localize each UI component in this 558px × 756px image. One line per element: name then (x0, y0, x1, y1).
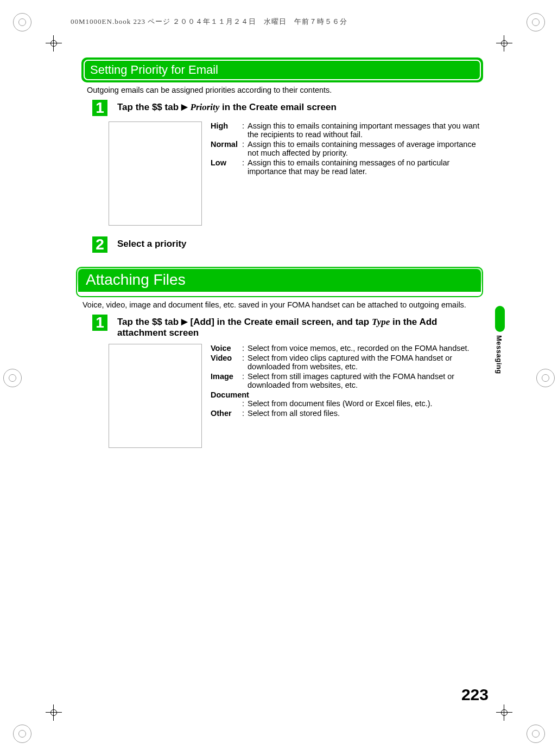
step-row: 2 Select a priority (92, 236, 483, 253)
definition-desc: Assign this to emails containing importa… (248, 121, 483, 139)
side-tab-label: Messaging (495, 335, 503, 374)
definition-list: High : Assign this to emails containing … (211, 121, 483, 226)
definition-term: High (211, 121, 242, 139)
definition-desc: Select from video clips captured with th… (248, 354, 483, 371)
definition-term: Normal (211, 140, 242, 157)
step-text-part: [Add] in the Create email screen, and ta… (188, 317, 372, 327)
step-detail-block: High : Assign this to emails containing … (109, 121, 483, 226)
screenshot-placeholder (109, 121, 202, 226)
step-number-2: 2 (92, 236, 107, 253)
definition-colon: : (242, 372, 248, 389)
screenshot-placeholder (109, 344, 202, 448)
section-description: Voice, video, image and document files, … (83, 300, 483, 309)
definition-row: Low : Assign this to emails containing m… (211, 158, 483, 176)
crop-mark (46, 704, 62, 721)
step-text-part: Tap the $$ tab (117, 317, 181, 327)
definition-colon: : (242, 409, 248, 418)
crop-mark (496, 35, 512, 52)
definition-colon: : (242, 399, 248, 408)
definition-desc: Select from voice memos, etc., recorded … (248, 344, 483, 353)
definition-term: Document (211, 390, 255, 399)
definition-row: Document : Select from document files (W… (211, 390, 483, 408)
section-heading-label: Attaching Files (78, 269, 193, 292)
definition-row: High : Assign this to emails containing … (211, 121, 483, 139)
step-row: 1 Tap the $$ tab ▶ [Add] in the Create e… (92, 315, 483, 338)
definition-row: Video : Select from video clips captured… (211, 354, 483, 371)
definition-desc: Select from still images captured with t… (248, 372, 483, 389)
definition-row: Image : Select from still images capture… (211, 372, 483, 389)
definition-term: Voice (211, 344, 242, 353)
definition-desc: Select from document files (Word or Exce… (248, 399, 483, 408)
definition-colon: : (242, 121, 248, 139)
document-meta-header: 00M1000EN.book 223 ページ ２００４年１１月２４日 水曜日 午… (71, 17, 347, 27)
step-detail-block: Voice : Select from voice memos, etc., r… (109, 344, 483, 448)
definition-row: Voice : Select from voice memos, etc., r… (211, 344, 483, 353)
definition-desc: Assign this to emails containing message… (248, 158, 483, 176)
definition-colon: : (242, 344, 248, 353)
definition-row: Other : Select from all stored files. (211, 409, 483, 418)
crop-mark (496, 704, 512, 721)
arrow-icon: ▶ (181, 317, 188, 326)
definition-term: Image (211, 372, 242, 389)
side-tab-pill (495, 306, 505, 332)
definition-row: Normal : Assign this to emails containin… (211, 140, 483, 157)
section-description: Outgoing emails can be assigned prioriti… (87, 86, 483, 94)
section-heading-priority: Setting Priority for Email (81, 57, 483, 82)
step-text: Select a priority (117, 236, 483, 249)
step-number-1: 1 (92, 315, 107, 331)
step-row: 1 Tap the $$ tab ▶ Priority in the Creat… (92, 100, 483, 116)
step-text-part: in the Create email screen (219, 102, 336, 112)
registration-mark (536, 369, 555, 387)
definition-colon: : (242, 158, 248, 176)
definition-desc: Assign this to emails containing message… (248, 140, 483, 157)
registration-mark (3, 369, 22, 387)
page-content: Setting Priority for Email Outgoing emai… (76, 57, 483, 456)
definition-list: Voice : Select from voice memos, etc., r… (211, 344, 483, 448)
definition-term: Video (211, 354, 242, 371)
step-number-1: 1 (92, 100, 107, 116)
arrow-icon: ▶ (181, 102, 188, 112)
step-text: Tap the $$ tab ▶ Priority in the Create … (117, 100, 483, 113)
side-tab: Messaging (495, 306, 505, 374)
definition-term: Other (211, 409, 242, 418)
step-text-italic: Priority (191, 102, 220, 112)
definition-desc: Select from all stored files. (248, 409, 483, 418)
registration-mark (527, 725, 545, 743)
step-text-italic: Type (372, 317, 390, 327)
definition-colon: : (242, 354, 248, 371)
registration-mark (13, 725, 31, 743)
definition-term: Low (211, 158, 242, 176)
page-number: 223 (461, 685, 489, 704)
section-heading-attaching: Attaching Files (76, 267, 483, 297)
section-heading-label: Setting Priority for Email (84, 60, 481, 80)
step-text-part: Tap the $$ tab (117, 102, 181, 112)
crop-mark (46, 35, 62, 52)
registration-mark (527, 13, 545, 31)
registration-mark (13, 13, 31, 31)
definition-colon: : (242, 140, 248, 157)
step-text: Tap the $$ tab ▶ [Add] in the Create ema… (117, 315, 483, 338)
